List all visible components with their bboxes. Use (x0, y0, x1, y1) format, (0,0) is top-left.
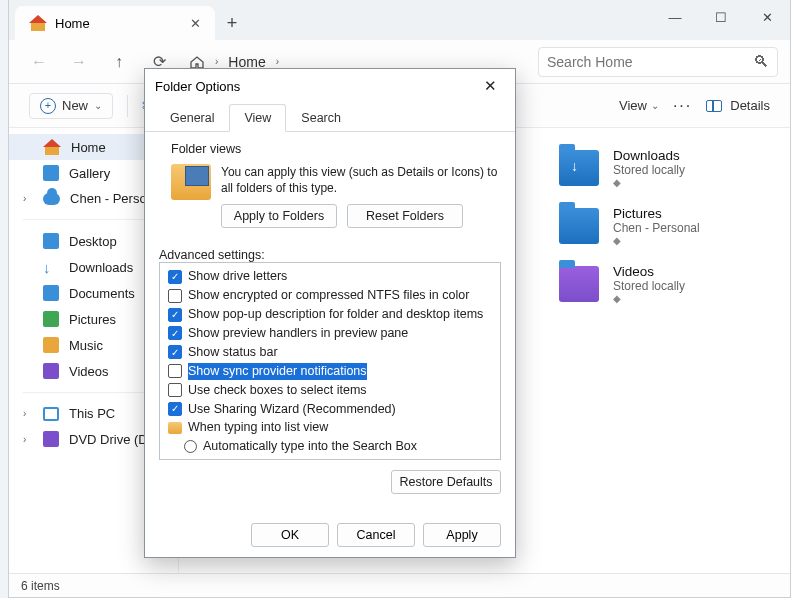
option-label: Show drive letters (188, 268, 287, 285)
option-label: Show preview handlers in preview pane (188, 325, 408, 342)
tile-text: Videos Stored locally ◆ (613, 264, 685, 304)
chevron-right-icon[interactable]: › (23, 408, 26, 419)
checkbox-option[interactable]: ✓Show preview handlers in preview pane (166, 324, 494, 343)
chevron-right-icon[interactable]: › (23, 434, 26, 445)
cloud-icon (43, 193, 60, 205)
new-button[interactable]: + New ⌄ (29, 93, 113, 119)
restore-defaults-button[interactable]: Restore Defaults (391, 470, 501, 494)
radio-option[interactable]: Automatically type into the Search Box (166, 437, 494, 456)
videos-icon (43, 363, 59, 379)
tab-general[interactable]: General (155, 104, 229, 132)
pin-icon: ◆ (613, 293, 685, 304)
option-label: Show sync provider notifications (188, 363, 367, 380)
search-box[interactable]: 🔍︎ (538, 47, 778, 77)
checkbox-icon[interactable] (168, 289, 182, 303)
minimize-button[interactable]: — (652, 0, 698, 34)
advanced-settings-label: Advanced settings: (159, 248, 501, 262)
desktop-icon (43, 233, 59, 249)
details-pane-button[interactable]: Details (706, 98, 770, 113)
checkbox-option[interactable]: ✓Show drive letters (166, 267, 494, 286)
ok-button[interactable]: OK (251, 523, 329, 547)
chevron-right-icon: › (276, 56, 279, 67)
option-label: Select the typed item in the view (203, 457, 382, 460)
checkbox-option[interactable]: Show encrypted or compressed NTFS files … (166, 286, 494, 305)
window-controls: — ☐ ✕ (652, 0, 790, 40)
more-button[interactable]: ··· (673, 97, 692, 115)
plus-icon: + (40, 98, 56, 114)
folder-tile-videos[interactable]: Videos Stored locally ◆ (559, 264, 790, 304)
cancel-button[interactable]: Cancel (337, 523, 415, 547)
tab-home[interactable]: Home ✕ (15, 6, 215, 40)
chevron-down-icon: ⌄ (94, 100, 102, 111)
tile-subtitle: Chen - Personal (613, 221, 700, 235)
new-label: New (62, 98, 88, 113)
option-label: Use Sharing Wizard (Recommended) (188, 401, 396, 418)
close-button[interactable]: ✕ (744, 0, 790, 34)
apply-to-folders-button[interactable]: Apply to Folders (221, 204, 337, 228)
view-dropdown[interactable]: View ⌄ (619, 98, 659, 113)
back-button[interactable]: ← (21, 44, 57, 80)
forward-button[interactable]: → (61, 44, 97, 80)
tree-group: When typing into list view (166, 418, 494, 437)
checkbox-option[interactable]: Use check boxes to select items (166, 381, 494, 400)
pin-icon: ◆ (613, 235, 700, 246)
checkbox-option[interactable]: ✓Show status bar (166, 343, 494, 362)
sidebar-item-label: Home (71, 140, 106, 155)
advanced-settings-list[interactable]: ✓Show drive lettersShow encrypted or com… (159, 262, 501, 460)
folder-icon (168, 422, 182, 434)
folder-views-group: You can apply this view (such as Details… (159, 160, 501, 238)
maximize-button[interactable]: ☐ (698, 0, 744, 34)
separator (127, 95, 128, 117)
tile-subtitle: Stored locally (613, 279, 685, 293)
tab-close-icon[interactable]: ✕ (190, 16, 201, 31)
sidebar-item-label: Desktop (69, 234, 117, 249)
tab-view[interactable]: View (229, 104, 286, 132)
checkbox-icon[interactable]: ✓ (168, 345, 182, 359)
pictures-icon (43, 311, 59, 327)
checkbox-icon[interactable]: ✓ (168, 308, 182, 322)
dialog-close-button[interactable]: ✕ (476, 75, 505, 97)
tile-title: Pictures (613, 206, 700, 221)
tile-text: Downloads Stored locally ◆ (613, 148, 685, 188)
dialog-titlebar: Folder Options ✕ (145, 69, 515, 103)
tile-text: Pictures Chen - Personal ◆ (613, 206, 700, 246)
checkbox-option[interactable]: ✓Show pop-up description for folder and … (166, 305, 494, 324)
gallery-icon (43, 165, 59, 181)
view-label: View (619, 98, 647, 113)
checkbox-icon[interactable]: ✓ (168, 326, 182, 340)
radio-icon[interactable] (184, 459, 197, 460)
sidebar-item-label: Videos (69, 364, 109, 379)
new-tab-button[interactable]: + (215, 6, 249, 40)
folder-tile-pictures[interactable]: Pictures Chen - Personal ◆ (559, 206, 790, 246)
chevron-right-icon[interactable]: › (23, 193, 26, 204)
radio-icon[interactable] (184, 440, 197, 453)
folder-icon (559, 266, 599, 302)
folder-tile-downloads[interactable]: ↓ Downloads Stored locally ◆ (559, 148, 790, 188)
separator (23, 219, 164, 220)
dialog-tabs: General View Search (145, 103, 515, 132)
checkbox-icon[interactable] (168, 364, 182, 378)
apply-button[interactable]: Apply (423, 523, 501, 547)
details-icon (706, 100, 722, 112)
dialog-body: Folder views You can apply this view (su… (145, 132, 515, 504)
checkbox-option[interactable]: ✓Use Sharing Wizard (Recommended) (166, 400, 494, 419)
documents-icon (43, 285, 59, 301)
up-button[interactable]: ↑ (101, 44, 137, 80)
checkbox-icon[interactable]: ✓ (168, 402, 182, 416)
chevron-down-icon: ⌄ (651, 100, 659, 111)
sidebar-item-label: Music (69, 338, 103, 353)
search-icon[interactable]: 🔍︎ (753, 53, 769, 71)
radio-option[interactable]: Select the typed item in the view (166, 456, 494, 460)
home-icon (43, 139, 61, 155)
reset-folders-button[interactable]: Reset Folders (347, 204, 463, 228)
separator (23, 392, 164, 393)
checkbox-icon[interactable] (168, 383, 182, 397)
checkbox-option[interactable]: Show sync provider notifications (166, 362, 494, 381)
search-input[interactable] (547, 54, 753, 70)
checkbox-icon[interactable]: ✓ (168, 270, 182, 284)
folder-views-text: You can apply this view (such as Details… (221, 164, 497, 196)
option-label: Show status bar (188, 344, 278, 361)
tab-search[interactable]: Search (286, 104, 356, 132)
sidebar-item-label: Pictures (69, 312, 116, 327)
tab-label: Home (55, 16, 90, 31)
